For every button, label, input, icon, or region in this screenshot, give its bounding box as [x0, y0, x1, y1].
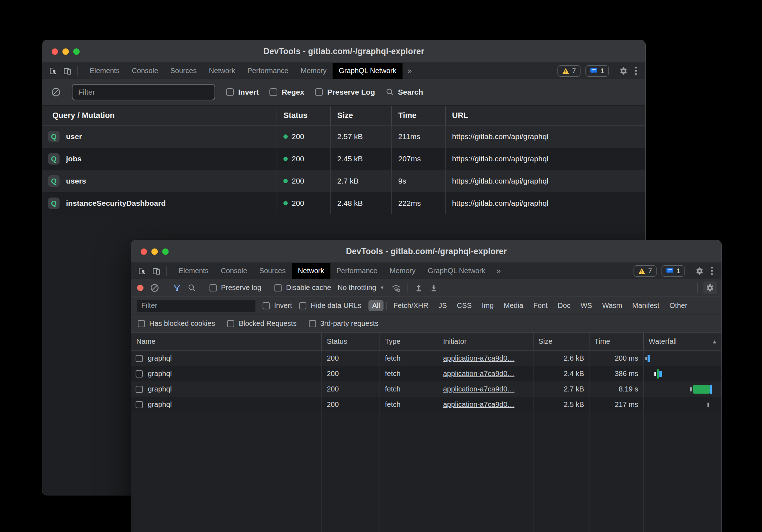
waterfall-bar[interactable]	[643, 366, 721, 381]
close-button[interactable]	[52, 48, 58, 55]
search-button[interactable]: Search	[386, 88, 423, 96]
filter-input[interactable]	[72, 84, 215, 100]
checkbox-box[interactable]	[269, 88, 277, 96]
tab-elements[interactable]: Elements	[173, 263, 215, 279]
more-tabs-button[interactable]: »	[491, 263, 506, 279]
tab-network[interactable]: Network	[203, 63, 241, 79]
regex-checkbox[interactable]: Regex	[269, 88, 304, 96]
filter-chip-fetch-xhr[interactable]: Fetch/XHR	[390, 300, 432, 311]
tab-performance[interactable]: Performance	[330, 263, 384, 279]
table-row[interactable]: Q users 200 2.7 kB 9s https://gitlab.com…	[42, 170, 645, 192]
waterfall-bar[interactable]	[643, 397, 721, 412]
settings-gear-icon[interactable]	[695, 267, 704, 275]
checkbox-box[interactable]	[299, 302, 306, 309]
initiator-link[interactable]: application-a7ca9d0…	[443, 370, 514, 378]
more-options-icon[interactable]	[633, 67, 639, 75]
tab-performance[interactable]: Performance	[241, 63, 295, 79]
tab-console[interactable]: Console	[215, 263, 253, 279]
invert-checkbox[interactable]: Invert	[263, 301, 292, 310]
column-header-waterfall[interactable]: Waterfall ▲	[643, 333, 721, 350]
search-icon[interactable]	[188, 284, 196, 292]
filter-input[interactable]	[137, 300, 255, 312]
column-header-url[interactable]: URL	[445, 106, 645, 125]
row-checkbox[interactable]	[136, 386, 143, 393]
table-row[interactable]: Q instanceSecurityDashboard 200 2.48 kB …	[42, 192, 645, 214]
clear-icon[interactable]	[51, 87, 61, 97]
inspect-element-icon[interactable]	[49, 67, 57, 75]
third-party-requests-checkbox[interactable]: 3rd-party requests	[309, 319, 378, 328]
export-har-icon[interactable]	[429, 283, 438, 293]
table-row[interactable]: Q jobs 200 2.45 kB 207ms https://gitlab.…	[42, 148, 645, 170]
row-checkbox[interactable]	[136, 401, 143, 408]
column-header-query-mutation[interactable]: Query / Mutation	[42, 106, 277, 125]
checkbox-box[interactable]	[309, 320, 316, 327]
tab-graphql-network[interactable]: GraphQL Network	[333, 63, 402, 79]
tab-graphql-network[interactable]: GraphQL Network	[422, 263, 491, 279]
table-row[interactable]: Q user 200 2.57 kB 211ms https://gitlab.…	[42, 125, 645, 148]
titlebar[interactable]: DevTools - gitlab.com/-/graphql-explorer	[131, 240, 721, 263]
checkbox-box[interactable]	[226, 88, 234, 96]
disable-cache-checkbox[interactable]: Disable cache	[274, 284, 331, 292]
waterfall-bar[interactable]	[643, 381, 721, 397]
request-row[interactable]: graphql 200 fetch application-a7ca9d0… 2…	[131, 397, 721, 412]
warnings-badge[interactable]: 7	[634, 265, 657, 277]
blocked-requests-checkbox[interactable]: Blocked Requests	[227, 319, 296, 328]
clear-icon[interactable]	[150, 283, 159, 293]
filter-chip-other[interactable]: Other	[666, 300, 691, 311]
filter-chip-manifest[interactable]: Manifest	[629, 300, 663, 311]
tab-sources[interactable]: Sources	[164, 63, 203, 79]
more-options-icon[interactable]	[709, 267, 715, 275]
tab-console[interactable]: Console	[126, 63, 164, 79]
request-row[interactable]: graphql 200 fetch application-a7ca9d0… 2…	[131, 381, 721, 397]
filter-funnel-icon[interactable]	[173, 284, 181, 292]
column-header-time[interactable]: Time	[391, 106, 445, 125]
tab-network[interactable]: Network	[292, 263, 330, 279]
preserve-log-checkbox[interactable]: Preserve log	[210, 284, 261, 292]
sort-ascending-icon[interactable]: ▲	[712, 338, 717, 345]
titlebar[interactable]: DevTools - gitlab.com/-/graphql-explorer	[42, 40, 645, 63]
import-har-icon[interactable]	[414, 283, 423, 293]
filter-chip-ws[interactable]: WS	[577, 300, 596, 311]
device-toolbar-icon[interactable]	[152, 267, 161, 275]
network-conditions-icon[interactable]	[391, 283, 401, 293]
initiator-link[interactable]: application-a7ca9d0…	[443, 385, 514, 393]
row-checkbox[interactable]	[136, 370, 143, 377]
record-button[interactable]	[137, 285, 144, 291]
inspect-element-icon[interactable]	[138, 267, 146, 275]
column-header-initiator[interactable]: Initiator	[438, 333, 533, 350]
tab-memory[interactable]: Memory	[384, 263, 422, 279]
column-header-status[interactable]: Status	[277, 106, 330, 125]
network-settings-gear-icon[interactable]	[703, 281, 717, 294]
column-header-status[interactable]: Status	[321, 333, 380, 350]
waterfall-bar[interactable]	[643, 351, 721, 366]
hide-data-urls-checkbox[interactable]: Hide data URLs	[299, 301, 361, 310]
column-header-type[interactable]: Type	[380, 333, 438, 350]
request-row[interactable]: graphql 200 fetch application-a7ca9d0… 2…	[131, 366, 721, 381]
close-button[interactable]	[141, 248, 147, 255]
checkbox-box[interactable]	[227, 320, 234, 327]
filter-chip-all[interactable]: All	[368, 300, 384, 311]
minimize-button[interactable]	[151, 248, 158, 255]
filter-chip-media[interactable]: Media	[500, 300, 527, 311]
throttling-dropdown[interactable]: No throttling ▼	[338, 284, 385, 292]
initiator-link[interactable]: application-a7ca9d0…	[443, 354, 514, 362]
filter-chip-css[interactable]: CSS	[453, 300, 475, 311]
tab-elements[interactable]: Elements	[84, 63, 126, 79]
filter-chip-font[interactable]: Font	[530, 300, 551, 311]
checkbox-box[interactable]	[263, 302, 270, 309]
has-blocked-cookies-checkbox[interactable]: Has blocked cookies	[138, 319, 215, 328]
filter-chip-js[interactable]: JS	[435, 300, 450, 311]
row-checkbox[interactable]	[136, 355, 143, 362]
zoom-button[interactable]	[162, 248, 169, 255]
checkbox-box[interactable]	[274, 284, 282, 291]
invert-checkbox[interactable]: Invert	[226, 88, 259, 96]
column-header-name[interactable]: Name	[131, 333, 321, 350]
column-header-size[interactable]: Size	[330, 106, 391, 125]
initiator-link[interactable]: application-a7ca9d0…	[443, 400, 514, 409]
preserve-log-checkbox[interactable]: Preserve Log	[315, 88, 375, 96]
zoom-button[interactable]	[73, 48, 80, 55]
tab-sources[interactable]: Sources	[253, 263, 292, 279]
filter-chip-img[interactable]: Img	[478, 300, 497, 311]
tab-memory[interactable]: Memory	[295, 63, 333, 79]
column-header-time[interactable]: Time	[589, 333, 643, 350]
